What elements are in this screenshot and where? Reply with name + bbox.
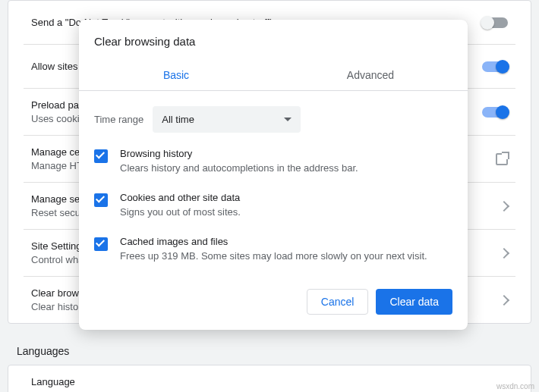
row-title: Language <box>31 376 508 387</box>
clear-data-button[interactable]: Clear data <box>376 289 452 315</box>
chevron-right-icon <box>499 200 509 211</box>
dialog-title: Clear browsing data <box>79 20 468 60</box>
option-title: Browsing history <box>120 148 358 159</box>
toggle-on[interactable] <box>482 61 508 72</box>
time-range-row: Time range All time <box>79 91 468 143</box>
chevron-right-icon <box>499 294 509 305</box>
checkbox-checked[interactable] <box>94 193 108 207</box>
clear-browsing-data-dialog: Clear browsing data Basic Advanced Time … <box>79 20 468 330</box>
option-sub: Frees up 319 MB. Some sites may load mor… <box>120 250 427 262</box>
tab-basic[interactable]: Basic <box>79 60 273 90</box>
checkbox-checked[interactable] <box>94 237 108 251</box>
option-cookies[interactable]: Cookies and other site data Signs you ou… <box>79 187 468 231</box>
option-title: Cookies and other site data <box>120 192 241 203</box>
checkbox-checked[interactable] <box>94 149 108 163</box>
settings-card-languages: Language English <box>8 365 531 392</box>
settings-row-language[interactable]: Language English <box>24 365 515 392</box>
option-title: Cached images and files <box>120 236 427 247</box>
option-browsing-history[interactable]: Browsing history Clears history and auto… <box>79 143 468 187</box>
section-header-languages: Languages <box>17 345 522 357</box>
toggle-off[interactable] <box>482 17 508 28</box>
option-sub: Clears history and autocompletions in th… <box>120 162 358 174</box>
option-cached[interactable]: Cached images and files Frees up 319 MB.… <box>79 231 468 275</box>
toggle-on[interactable] <box>482 107 508 118</box>
open-external-icon <box>496 153 508 165</box>
dialog-tabs: Basic Advanced <box>79 60 468 91</box>
time-range-select[interactable]: All time <box>153 106 301 133</box>
chevron-right-icon <box>499 247 509 258</box>
watermark: wsxdn.com <box>496 382 534 390</box>
tab-advanced[interactable]: Advanced <box>273 60 468 90</box>
chevron-down-icon <box>284 118 292 121</box>
dialog-actions: Cancel Clear data <box>79 275 468 330</box>
option-sub: Signs you out of most sites. <box>120 206 241 218</box>
time-range-label: Time range <box>94 114 143 125</box>
time-range-value: All time <box>162 114 194 125</box>
cancel-button[interactable]: Cancel <box>307 289 369 315</box>
